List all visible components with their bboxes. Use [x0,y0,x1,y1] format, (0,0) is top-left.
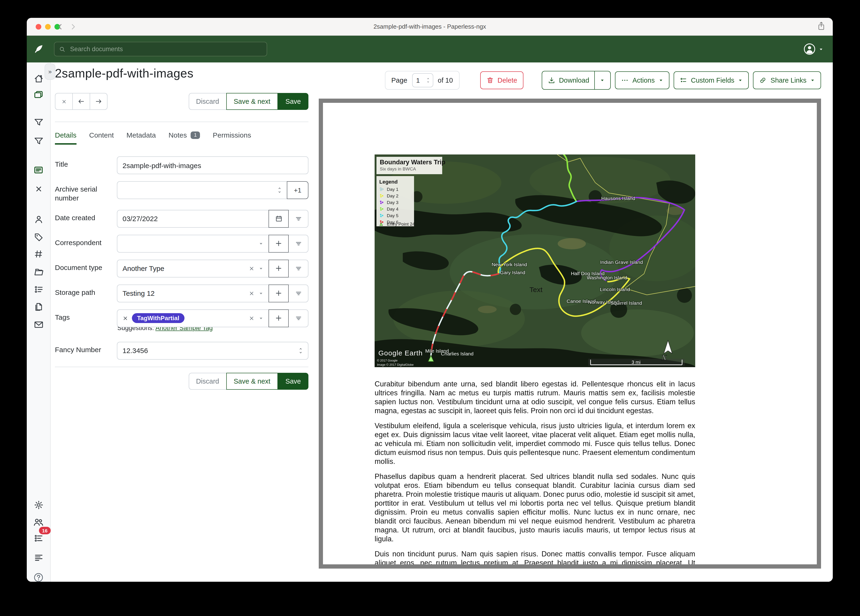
tab-label: Permissions [213,131,251,139]
sidebar-item-settings[interactable] [30,498,47,512]
sidebar-item-close-document[interactable] [30,182,47,196]
title-label: Title [55,156,110,169]
add-storage-path-button[interactable] [268,284,289,302]
storage-path-label: Storage path [55,284,110,297]
screenshot-background: 2sample-pdf-with-images - Paperless-ngx [0,0,860,616]
save-and-next-button[interactable]: Save & next [226,93,278,110]
stepper-down-icon [278,191,282,193]
sidebar-item-dashboard[interactable] [30,71,47,85]
sidebar-item-correspondents[interactable] [30,212,47,226]
sidebar-expand-button[interactable]: » [45,63,55,80]
save-button-group: Discard Save & next Save [188,93,308,110]
clear-icon[interactable] [249,315,254,321]
close-document-button[interactable] [55,93,73,110]
actions-label: Actions [632,77,654,84]
sidebar-item-saved-views[interactable] [30,300,47,314]
sidebar-item-saved-view-filter[interactable] [30,115,47,129]
clear-icon[interactable] [249,291,254,296]
share-button[interactable] [817,22,825,30]
legend-day2: Day 2 [387,193,399,198]
user-menu[interactable] [803,43,823,55]
sidebar-item-saved-view-filter-2[interactable] [30,134,47,148]
add-tag-button[interactable] [268,309,289,327]
next-document-button[interactable] [89,93,108,110]
folder-icon [34,267,44,277]
sidebar-item-open-document[interactable] [30,163,47,177]
add-correspondent-button[interactable] [268,234,289,252]
fancy-number-input[interactable] [122,347,298,355]
share-links-button[interactable]: Share Links [753,71,821,89]
page-number-input[interactable] [415,76,424,85]
chevron-down-icon [259,266,264,271]
minimize-window-button[interactable] [45,24,51,29]
fancy-number-stepper[interactable] [298,347,303,354]
delete-label: Delete [497,77,517,84]
clear-icon[interactable] [249,266,254,271]
tab-metadata[interactable]: Metadata [127,131,156,145]
discard-button[interactable]: Discard [188,93,226,110]
app-body: 16 » 2sample-pdf-with-images [27,63,833,582]
date-created-input[interactable] [122,215,264,223]
correspondent-filter-button[interactable] [288,234,308,252]
correspondent-select[interactable] [117,234,269,252]
title-input[interactable] [122,161,303,169]
date-filter-button[interactable] [288,210,308,228]
funnel-icon [34,117,44,127]
chevron-down-icon [259,291,264,295]
browser-forward-button[interactable] [68,22,78,32]
save-button[interactable]: Save [278,372,308,390]
remove-tag-icon[interactable] [122,315,128,321]
browser-back-button[interactable] [55,22,65,32]
actions-menu-button[interactable]: Actions [615,71,669,89]
download-label: Download [559,77,589,84]
save-button-group-bottom: Discard Save & next Save [55,372,308,390]
app-logo[interactable] [27,43,50,55]
asn-stepper[interactable] [278,187,282,193]
save-button[interactable]: Save [278,93,308,110]
chevron-left-icon [57,24,63,30]
document-type-filter-button[interactable] [288,259,308,277]
close-window-button[interactable] [36,24,41,29]
tags-select[interactable]: TagWithPartial [117,309,269,327]
sidebar-item-logs[interactable] [30,550,47,564]
correspondent-person-icon [34,214,44,224]
previous-document-button[interactable] [72,93,90,110]
tag-chip[interactable]: TagWithPartial [132,313,185,323]
discard-button[interactable]: Discard [188,372,226,390]
sidebar-item-mail[interactable] [30,317,47,332]
field-document-type: Document type Another Type [55,259,308,277]
page-number-field[interactable] [412,73,433,87]
search-input[interactable] [69,45,262,53]
delete-button[interactable]: Delete [480,71,523,89]
sidebar-item-tags[interactable] [30,230,47,244]
tab-details[interactable]: Details [55,131,77,145]
correspondent-label: Correspondent [55,234,110,247]
tab-notes[interactable]: Notes1 [168,131,200,145]
tab-permissions[interactable]: Permissions [213,131,251,145]
tab-content[interactable]: Content [89,131,114,145]
avatar-icon [803,43,816,55]
sidebar-item-documents[interactable] [30,88,47,102]
custom-fields-button[interactable]: Custom Fields [674,71,749,89]
sidebar-item-help[interactable] [30,570,47,582]
sidebar-item-document-types[interactable] [30,247,47,261]
sidebar-item-storage-paths[interactable] [30,265,47,279]
save-and-next-button[interactable]: Save & next [226,372,278,390]
calendar-icon [275,215,282,222]
storage-path-filter-button[interactable] [288,284,308,302]
page-stepper[interactable] [426,77,430,83]
document-type-select[interactable]: Another Type [117,259,269,277]
pdf-preview-viewer[interactable]: Boundary Waters Trip Six days in BWCA Le… [319,99,821,569]
asn-increment-button[interactable]: +1 [287,181,308,199]
sidebar-item-custom-fields[interactable] [30,282,47,296]
sidebar-item-tasks[interactable]: 16 [30,531,47,545]
add-document-type-button[interactable] [268,259,289,277]
close-icon [61,98,67,104]
asn-input[interactable] [122,186,278,194]
stepper-down-icon [426,81,430,83]
download-split-button[interactable]: Download [541,71,611,90]
date-picker-button[interactable] [268,210,289,228]
storage-path-select[interactable]: Testing 12 [117,284,269,302]
download-options-button[interactable] [594,71,605,89]
search-bar[interactable] [54,42,267,57]
